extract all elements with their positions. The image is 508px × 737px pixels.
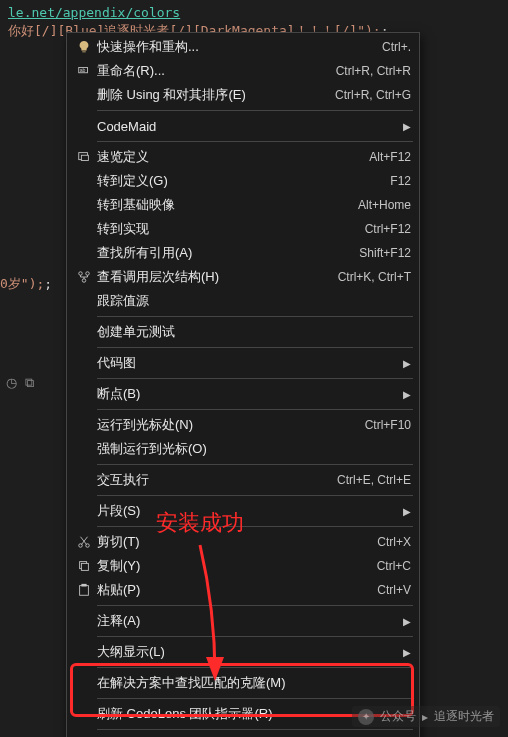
menu-item[interactable]: 转到实现Ctrl+F12 [67,217,419,241]
menu-item-shortcut: Ctrl+F12 [353,222,411,236]
menu-item-label: 剪切(T) [97,533,365,551]
menu-item[interactable]: 运行到光标处(N)Ctrl+F10 [67,413,419,437]
chevron-right-icon: ▶ [395,647,411,658]
svg-rect-11 [80,586,89,596]
code-line-url: le.net/appendix/colors [8,4,500,22]
menu-item-label: 跟踪值源 [97,292,411,310]
svg-text:ab: ab [80,67,86,73]
menu-item-label: CodeMaid [97,119,395,134]
menu-item[interactable]: 查看调用层次结构(H)Ctrl+K, Ctrl+T [67,265,419,289]
menu-item-label: 代码图 [97,354,395,372]
menu-separator [97,698,413,699]
peek-icon [71,150,97,164]
menu-item-label: 删除 Using 和对其排序(E) [97,86,323,104]
tag-icon: ab [71,64,97,78]
menu-item-shortcut: Ctrl+R, Ctrl+R [324,64,411,78]
svg-point-4 [79,272,83,276]
menu-separator [97,526,413,527]
menu-item-label: 转到定义(G) [97,172,378,190]
menu-item-shortcut: Alt+F12 [357,150,411,164]
menu-item-label: 转到基础映像 [97,196,346,214]
menu-item[interactable]: 删除 Using 和对其排序(E)Ctrl+R, Ctrl+G [67,83,419,107]
gutter-icons: ◷ ⧉ [6,375,34,391]
menu-separator [97,464,413,465]
menu-item-shortcut: Ctrl+F10 [353,418,411,432]
bullet-icon: ▸ [422,710,428,724]
copy-icon [71,559,97,573]
svg-rect-12 [81,584,86,587]
menu-item-label: 重命名(R)... [97,62,324,80]
menu-item[interactable]: 在解决方案中查找匹配的克隆(M) [67,671,419,695]
hierarchy-icon [71,270,97,284]
menu-item[interactable]: 创建单元测试 [67,320,419,344]
menu-item[interactable]: 交互执行Ctrl+E, Ctrl+E [67,468,419,492]
menu-item-shortcut: Ctrl+C [365,559,411,573]
menu-item-label: 在解决方案中查找匹配的克隆(M) [97,674,411,692]
menu-separator [97,495,413,496]
menu-separator [97,316,413,317]
menu-item[interactable]: 大纲显示(L)▶ [67,640,419,664]
cut-icon [71,535,97,549]
menu-item-label: 强制运行到光标(O) [97,440,411,458]
svg-point-5 [86,272,90,276]
chevron-right-icon: ▶ [395,506,411,517]
clock-icon[interactable]: ◷ [6,375,17,391]
menu-separator [97,110,413,111]
menu-item[interactable]: 查找所有引用(A)Shift+F12 [67,241,419,265]
menu-item-label: 查找所有引用(A) [97,244,347,262]
chevron-right-icon: ▶ [395,121,411,132]
menu-item-shortcut: Alt+Home [346,198,411,212]
menu-item[interactable]: 剪切(T)Ctrl+X [67,530,419,554]
bulb-icon [71,40,97,54]
copy-icon[interactable]: ⧉ [25,375,34,391]
menu-item-shortcut: Ctrl+V [365,583,411,597]
menu-item[interactable]: 跟踪值源 [67,289,419,313]
paste-icon [71,583,97,597]
menu-item[interactable]: 片段(S)▶ [67,499,419,523]
menu-item-shortcut: Ctrl+. [370,40,411,54]
menu-item-shortcut: F12 [378,174,411,188]
menu-separator [97,667,413,668]
chevron-right-icon: ▶ [395,389,411,400]
menu-item[interactable]: 转到基础映像Alt+Home [67,193,419,217]
menu-separator [97,605,413,606]
menu-item-label: 查看调用层次结构(H) [97,268,326,286]
code-line-extra: 0岁");; [0,275,52,293]
menu-item-label: 片段(S) [97,502,395,520]
menu-item[interactable]: 断点(B)▶ [67,382,419,406]
menu-item-label: 大纲显示(L) [97,643,395,661]
menu-separator [97,378,413,379]
menu-separator [97,409,413,410]
context-menu[interactable]: 快速操作和重构...Ctrl+.ab重命名(R)...Ctrl+R, Ctrl+… [66,32,420,737]
menu-item[interactable]: 注释(A)▶ [67,609,419,633]
watermark: ✦ 公众号 ▸ 追逐时光者 [352,706,500,727]
menu-item[interactable]: 转到定义(G)F12 [67,169,419,193]
menu-item-label: 运行到光标处(N) [97,416,353,434]
menu-item-shortcut: Ctrl+X [365,535,411,549]
menu-item[interactable]: 粘贴(P)Ctrl+V [67,578,419,602]
menu-item-label: 转到实现 [97,220,353,238]
menu-separator [97,729,413,730]
menu-item[interactable]: CodeMaid▶ [67,114,419,138]
menu-item[interactable]: 速览定义Alt+F12 [67,145,419,169]
menu-item-shortcut: Shift+F12 [347,246,411,260]
menu-item[interactable]: 强制运行到光标(O) [67,437,419,461]
menu-item[interactable]: 复制(Y)Ctrl+C [67,554,419,578]
menu-item[interactable]: 快速操作和重构...Ctrl+. [67,35,419,59]
menu-item-label: 速览定义 [97,148,357,166]
svg-rect-10 [81,563,88,570]
menu-item[interactable]: ab重命名(R)...Ctrl+R, Ctrl+R [67,59,419,83]
menu-item-shortcut: Ctrl+E, Ctrl+E [325,473,411,487]
menu-item-label: 粘贴(P) [97,581,365,599]
menu-item[interactable]: Reformat With CSharpier [67,733,419,737]
menu-item-label: 创建单元测试 [97,323,411,341]
menu-item-shortcut: Ctrl+K, Ctrl+T [326,270,411,284]
svg-point-6 [82,279,86,283]
menu-item-label: 快速操作和重构... [97,38,370,56]
code-text: 你好 [8,23,34,38]
chevron-right-icon: ▶ [395,358,411,369]
menu-item[interactable]: 代码图▶ [67,351,419,375]
watermark-name: 追逐时光者 [434,708,494,725]
wechat-icon: ✦ [358,709,374,725]
chevron-right-icon: ▶ [395,616,411,627]
